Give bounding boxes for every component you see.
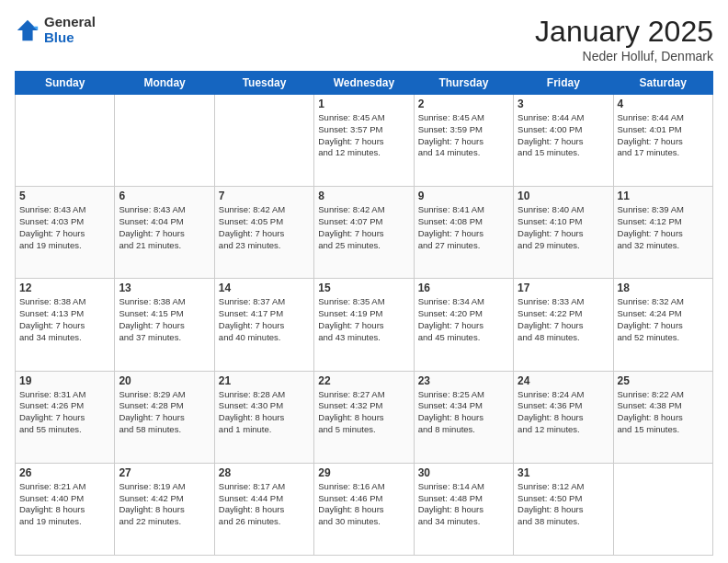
day-info: Sunrise: 8:38 AM Sunset: 4:13 PM Dayligh…: [19, 296, 110, 343]
day-number: 28: [219, 466, 310, 479]
logo-general: General: [44, 15, 96, 30]
day-number: 31: [518, 466, 609, 479]
day-number: 21: [219, 374, 310, 387]
day-number: 19: [19, 374, 110, 387]
day-number: 25: [618, 374, 709, 387]
calendar-cell: 25Sunrise: 8:22 AM Sunset: 4:38 PM Dayli…: [613, 371, 712, 463]
day-number: 15: [318, 282, 409, 294]
day-header-thursday: Thursday: [414, 72, 513, 95]
day-header-saturday: Saturday: [613, 72, 712, 95]
calendar-cell: 26Sunrise: 8:21 AM Sunset: 4:40 PM Dayli…: [16, 463, 115, 555]
day-number: 18: [618, 282, 709, 294]
day-info: Sunrise: 8:41 AM Sunset: 4:08 PM Dayligh…: [418, 204, 509, 251]
day-number: 24: [518, 374, 609, 387]
header: General Blue January 2025 Neder Holluf, …: [15, 15, 713, 63]
logo-icon: [15, 17, 40, 43]
calendar-week-0: 1Sunrise: 8:45 AM Sunset: 3:57 PM Daylig…: [16, 95, 713, 187]
calendar-cell: [214, 95, 313, 187]
day-info: Sunrise: 8:39 AM Sunset: 4:12 PM Dayligh…: [618, 204, 709, 251]
calendar-cell: 19Sunrise: 8:31 AM Sunset: 4:26 PM Dayli…: [16, 371, 115, 463]
day-number: 17: [518, 282, 609, 294]
day-header-wednesday: Wednesday: [314, 72, 414, 95]
svg-marker-0: [17, 19, 38, 40]
calendar-cell: 20Sunrise: 8:29 AM Sunset: 4:28 PM Dayli…: [115, 371, 214, 463]
calendar-cell: 31Sunrise: 8:12 AM Sunset: 4:50 PM Dayli…: [514, 463, 613, 555]
day-info: Sunrise: 8:45 AM Sunset: 3:59 PM Dayligh…: [418, 112, 509, 159]
day-info: Sunrise: 8:24 AM Sunset: 4:36 PM Dayligh…: [518, 389, 609, 436]
day-info: Sunrise: 8:42 AM Sunset: 4:05 PM Dayligh…: [219, 204, 310, 251]
calendar-header: SundayMondayTuesdayWednesdayThursdayFrid…: [16, 72, 713, 95]
day-number: 16: [418, 282, 509, 294]
day-number: 7: [219, 190, 310, 202]
day-number: 2: [418, 98, 509, 110]
calendar-cell: 9Sunrise: 8:41 AM Sunset: 4:08 PM Daylig…: [414, 187, 513, 279]
day-number: 9: [418, 190, 509, 202]
calendar-cell: 22Sunrise: 8:27 AM Sunset: 4:32 PM Dayli…: [314, 371, 414, 463]
calendar-cell: 24Sunrise: 8:24 AM Sunset: 4:36 PM Dayli…: [514, 371, 613, 463]
calendar-cell: 27Sunrise: 8:19 AM Sunset: 4:42 PM Dayli…: [115, 463, 214, 555]
day-info: Sunrise: 8:43 AM Sunset: 4:04 PM Dayligh…: [119, 204, 210, 251]
calendar-cell: 3Sunrise: 8:44 AM Sunset: 4:00 PM Daylig…: [514, 95, 613, 187]
day-header-friday: Friday: [514, 72, 613, 95]
day-info: Sunrise: 8:42 AM Sunset: 4:07 PM Dayligh…: [318, 204, 409, 251]
logo: General Blue: [15, 15, 96, 45]
title-block: January 2025 Neder Holluf, Denmark: [535, 15, 713, 63]
day-info: Sunrise: 8:27 AM Sunset: 4:32 PM Dayligh…: [318, 389, 409, 436]
calendar-cell: 12Sunrise: 8:38 AM Sunset: 4:13 PM Dayli…: [16, 279, 115, 371]
calendar-cell: 13Sunrise: 8:38 AM Sunset: 4:15 PM Dayli…: [115, 279, 214, 371]
calendar-cell: 11Sunrise: 8:39 AM Sunset: 4:12 PM Dayli…: [613, 187, 712, 279]
day-number: 6: [119, 190, 210, 202]
calendar-week-4: 26Sunrise: 8:21 AM Sunset: 4:40 PM Dayli…: [16, 463, 713, 555]
calendar-cell: 10Sunrise: 8:40 AM Sunset: 4:10 PM Dayli…: [514, 187, 613, 279]
calendar-cell: 30Sunrise: 8:14 AM Sunset: 4:48 PM Dayli…: [414, 463, 513, 555]
day-number: 8: [318, 190, 409, 202]
day-info: Sunrise: 8:25 AM Sunset: 4:34 PM Dayligh…: [418, 389, 509, 436]
day-info: Sunrise: 8:35 AM Sunset: 4:19 PM Dayligh…: [318, 296, 409, 343]
calendar-cell: [16, 95, 115, 187]
day-info: Sunrise: 8:22 AM Sunset: 4:38 PM Dayligh…: [618, 389, 709, 436]
day-info: Sunrise: 8:34 AM Sunset: 4:20 PM Dayligh…: [418, 296, 509, 343]
logo-text: General Blue: [44, 15, 96, 45]
calendar-cell: 23Sunrise: 8:25 AM Sunset: 4:34 PM Dayli…: [414, 371, 513, 463]
calendar-cell: 28Sunrise: 8:17 AM Sunset: 4:44 PM Dayli…: [214, 463, 313, 555]
day-info: Sunrise: 8:12 AM Sunset: 4:50 PM Dayligh…: [518, 481, 609, 528]
day-header-tuesday: Tuesday: [214, 72, 313, 95]
day-info: Sunrise: 8:17 AM Sunset: 4:44 PM Dayligh…: [219, 481, 310, 528]
day-number: 10: [518, 190, 609, 202]
day-number: 26: [19, 466, 110, 479]
day-number: 20: [119, 374, 210, 387]
day-info: Sunrise: 8:28 AM Sunset: 4:30 PM Dayligh…: [219, 389, 310, 436]
calendar-body: 1Sunrise: 8:45 AM Sunset: 3:57 PM Daylig…: [16, 95, 713, 556]
calendar-week-1: 5Sunrise: 8:43 AM Sunset: 4:03 PM Daylig…: [16, 187, 713, 279]
calendar-cell: 4Sunrise: 8:44 AM Sunset: 4:01 PM Daylig…: [613, 95, 712, 187]
day-number: 5: [19, 190, 110, 202]
day-info: Sunrise: 8:40 AM Sunset: 4:10 PM Dayligh…: [518, 204, 609, 251]
calendar-cell: 18Sunrise: 8:32 AM Sunset: 4:24 PM Dayli…: [613, 279, 712, 371]
day-number: 1: [318, 98, 409, 110]
day-number: 11: [618, 190, 709, 202]
calendar-cell: [115, 95, 214, 187]
day-number: 27: [119, 466, 210, 479]
day-info: Sunrise: 8:21 AM Sunset: 4:40 PM Dayligh…: [19, 481, 110, 528]
day-info: Sunrise: 8:29 AM Sunset: 4:28 PM Dayligh…: [119, 389, 210, 436]
day-info: Sunrise: 8:14 AM Sunset: 4:48 PM Dayligh…: [418, 481, 509, 528]
day-number: 12: [19, 282, 110, 294]
day-number: 22: [318, 374, 409, 387]
day-info: Sunrise: 8:44 AM Sunset: 4:01 PM Dayligh…: [618, 112, 709, 159]
page-container: General Blue January 2025 Neder Holluf, …: [0, 0, 728, 563]
calendar-cell: [613, 463, 712, 555]
day-header-sunday: Sunday: [16, 72, 115, 95]
day-info: Sunrise: 8:16 AM Sunset: 4:46 PM Dayligh…: [318, 481, 409, 528]
month-title: January 2025: [535, 15, 713, 49]
day-info: Sunrise: 8:44 AM Sunset: 4:00 PM Dayligh…: [518, 112, 609, 159]
calendar-cell: 6Sunrise: 8:43 AM Sunset: 4:04 PM Daylig…: [115, 187, 214, 279]
calendar-cell: 17Sunrise: 8:33 AM Sunset: 4:22 PM Dayli…: [514, 279, 613, 371]
day-number: 14: [219, 282, 310, 294]
logo-blue: Blue: [44, 30, 96, 46]
day-number: 4: [618, 98, 709, 110]
calendar-week-3: 19Sunrise: 8:31 AM Sunset: 4:26 PM Dayli…: [16, 371, 713, 463]
calendar-cell: 21Sunrise: 8:28 AM Sunset: 4:30 PM Dayli…: [214, 371, 313, 463]
calendar-table: SundayMondayTuesdayWednesdayThursdayFrid…: [15, 71, 713, 556]
day-number: 30: [418, 466, 509, 479]
day-number: 23: [418, 374, 509, 387]
